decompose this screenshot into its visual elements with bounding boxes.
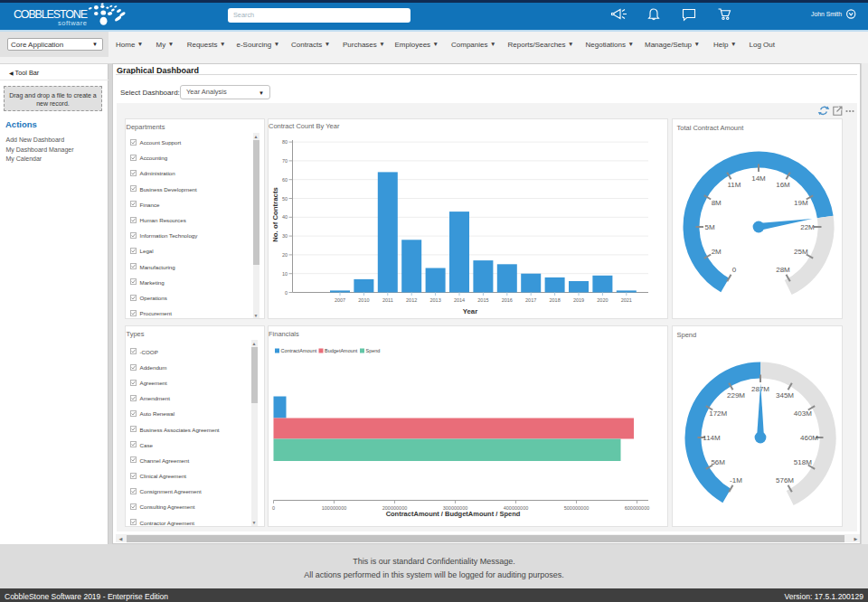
- svg-text:ContractAmount: ContractAmount: [281, 348, 317, 353]
- svg-text:600000000: 600000000: [625, 505, 650, 511]
- svg-text:460M: 460M: [800, 434, 818, 442]
- svg-text:2017: 2017: [525, 297, 536, 303]
- svg-text:30: 30: [282, 233, 288, 239]
- svg-text:2014: 2014: [454, 297, 465, 303]
- svg-text:14M: 14M: [751, 174, 766, 183]
- svg-text:172M: 172M: [709, 409, 727, 418]
- svg-text:403M: 403M: [794, 409, 812, 418]
- svg-text:Spend: Spend: [366, 348, 381, 353]
- svg-text:2010: 2010: [358, 297, 369, 303]
- svg-text:518M: 518M: [794, 458, 812, 466]
- svg-text:2013: 2013: [429, 297, 440, 303]
- svg-text:100000000: 100000000: [322, 505, 347, 511]
- svg-text:0: 0: [285, 290, 288, 296]
- svg-text:2020: 2020: [597, 297, 608, 303]
- svg-text:2011: 2011: [382, 297, 393, 303]
- svg-text:2021: 2021: [621, 297, 632, 303]
- svg-text:2018: 2018: [549, 297, 560, 303]
- svg-text:8M: 8M: [712, 199, 722, 207]
- svg-text:2M: 2M: [712, 248, 722, 256]
- svg-text:20: 20: [282, 252, 288, 258]
- svg-text:No. of Contracts: No. of Contracts: [271, 187, 279, 242]
- svg-text:40: 40: [282, 214, 288, 220]
- svg-text:2012: 2012: [406, 297, 417, 303]
- svg-text:16M: 16M: [776, 181, 790, 189]
- svg-text:2007: 2007: [335, 297, 345, 303]
- svg-text:10: 10: [282, 271, 288, 277]
- svg-text:-1M: -1M: [730, 476, 742, 484]
- svg-text:2016: 2016: [502, 297, 513, 303]
- svg-text:60: 60: [282, 177, 288, 183]
- svg-text:19M: 19M: [794, 199, 808, 207]
- svg-text:345M: 345M: [776, 391, 794, 400]
- svg-text:ContractAmount / BudgetAmount: ContractAmount / BudgetAmount / Spend: [386, 510, 521, 518]
- svg-text:0: 0: [272, 505, 275, 511]
- svg-text:22M: 22M: [800, 223, 815, 231]
- svg-text:5M: 5M: [704, 223, 714, 231]
- svg-text:BudgetAmount: BudgetAmount: [325, 348, 358, 353]
- svg-text:2015: 2015: [477, 297, 488, 303]
- svg-text:11M: 11M: [728, 181, 741, 189]
- svg-text:25M: 25M: [794, 248, 808, 256]
- svg-text:0: 0: [732, 266, 737, 274]
- svg-text:50: 50: [282, 196, 288, 202]
- svg-text:229M: 229M: [727, 391, 745, 400]
- svg-text:576M: 576M: [776, 476, 794, 484]
- svg-text:28M: 28M: [776, 266, 790, 274]
- svg-text:500000000: 500000000: [564, 505, 590, 511]
- svg-text:70: 70: [282, 158, 288, 164]
- svg-text:56M: 56M: [711, 458, 725, 466]
- svg-text:Year: Year: [463, 307, 477, 315]
- svg-text:80: 80: [282, 139, 288, 145]
- svg-text:2019: 2019: [573, 297, 584, 303]
- svg-text:114M: 114M: [703, 434, 721, 442]
